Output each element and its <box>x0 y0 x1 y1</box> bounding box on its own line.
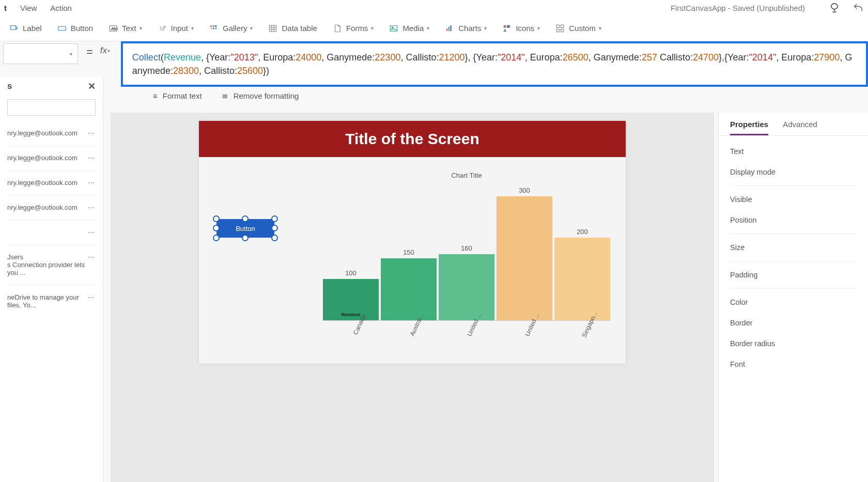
remove-formatting-button[interactable]: ≣Remove formatting <box>222 91 299 100</box>
svg-rect-9 <box>213 27 214 29</box>
property-row[interactable]: Font <box>730 354 857 375</box>
item-menu-icon[interactable]: ⋯ <box>88 228 96 236</box>
format-row: ≡Format text ≣Remove formatting <box>0 87 868 104</box>
svg-rect-11 <box>270 25 277 32</box>
property-row[interactable]: Size <box>730 237 857 258</box>
bar-value-label: 300 <box>519 186 530 194</box>
svg-rect-15 <box>448 27 450 31</box>
bar-value-label: 150 <box>403 248 414 256</box>
formula-input[interactable]: Collect(Revenue, {Year:"2013", Europa:24… <box>121 41 868 87</box>
tab-properties[interactable]: Properties <box>730 120 768 135</box>
data-source-item[interactable]: Jsers s Connection provider lets you ...… <box>7 244 96 285</box>
data-source-item[interactable]: nry.legge@outlook.com⋯ <box>7 121 96 145</box>
resize-handle[interactable] <box>242 215 249 222</box>
item-menu-icon[interactable]: ⋯ <box>88 253 96 261</box>
property-row[interactable]: Visible <box>730 189 857 210</box>
ribbon-button[interactable]: Button <box>57 24 93 33</box>
screen-title: Title of the Screen <box>199 121 626 157</box>
ribbon-media[interactable]: Media▾ <box>389 24 429 33</box>
button-text: Button <box>236 225 255 232</box>
svg-rect-16 <box>451 25 452 31</box>
property-row[interactable]: Position <box>730 210 857 230</box>
ribbon-input[interactable]: Input▾ <box>158 24 194 33</box>
svg-rect-0 <box>10 25 16 29</box>
canvas[interactable]: Title of the Screen Button Chart Title 1… <box>111 113 714 482</box>
ribbon-label[interactable]: Label <box>9 24 42 33</box>
svg-rect-18 <box>507 25 510 28</box>
resize-handle[interactable] <box>213 235 220 241</box>
svg-marker-19 <box>504 29 506 32</box>
ribbon-forms[interactable]: Forms▾ <box>333 24 374 33</box>
svg-rect-14 <box>446 28 447 31</box>
preview-icon[interactable] <box>829 2 840 13</box>
resize-handle[interactable] <box>271 235 278 241</box>
remove-format-icon: ≣ <box>222 91 228 100</box>
ribbon-text[interactable]: AbcText▾ <box>109 24 142 33</box>
ribbon-charts[interactable]: Charts▾ <box>445 24 487 33</box>
menu-item-view[interactable]: View <box>20 4 37 12</box>
chart-bar[interactable]: 100Revenue <box>323 269 379 320</box>
svg-rect-1 <box>58 26 66 30</box>
property-row[interactable]: Color <box>730 292 857 313</box>
data-source-item[interactable]: nry.legge@outlook.com⋯ <box>7 195 96 220</box>
format-icon: ≡ <box>153 91 158 100</box>
property-row[interactable]: Border radius <box>730 333 857 354</box>
property-selector[interactable]: ▾ <box>3 43 78 64</box>
ribbon-icons[interactable]: Icons▾ <box>502 24 540 33</box>
ribbon-custom[interactable]: Custom▾ <box>555 24 601 33</box>
fx-label[interactable]: fx▾ <box>98 41 121 60</box>
formula-bar: ▾ = fx▾ Collect(Revenue, {Year:"2013", E… <box>0 41 868 87</box>
properties-panel: Properties Advanced TextDisplay modeVisi… <box>718 113 868 482</box>
property-row[interactable]: Text <box>730 141 857 162</box>
ribbon-datatable[interactable]: Data table <box>268 24 317 33</box>
equals-sign: = <box>81 41 98 63</box>
resize-handle[interactable] <box>213 225 220 231</box>
chart-title: Chart Title <box>323 172 610 179</box>
item-menu-icon[interactable]: ⋯ <box>88 293 96 301</box>
item-menu-icon[interactable]: ⋯ <box>88 204 96 211</box>
item-menu-icon[interactable]: ⋯ <box>88 179 96 186</box>
app-title: FirstCanvasApp - Saved (Unpublished) <box>671 4 805 12</box>
resize-handle[interactable] <box>271 225 278 231</box>
chart-bar[interactable]: 150 <box>381 248 437 320</box>
data-source-item[interactable]: nry.legge@outlook.com⋯ <box>7 145 96 170</box>
property-row[interactable]: Border <box>730 313 857 333</box>
bar-value-label: 160 <box>461 244 472 252</box>
bar-value-label: 200 <box>577 228 588 236</box>
svg-point-17 <box>504 25 506 28</box>
property-row[interactable]: Display mode <box>730 162 857 182</box>
chart-bar[interactable]: 160 <box>439 244 494 320</box>
item-menu-icon[interactable]: ⋯ <box>88 154 96 162</box>
tab-advanced[interactable]: Advanced <box>783 120 817 135</box>
resize-handle[interactable] <box>213 215 220 222</box>
data-source-item[interactable]: ⋯ <box>7 220 96 244</box>
svg-point-4 <box>164 26 165 27</box>
bar-value-label: 100 <box>345 269 357 277</box>
undo-icon[interactable] <box>853 2 864 13</box>
menu-item[interactable]: t <box>4 4 7 12</box>
svg-rect-8 <box>210 27 212 29</box>
svg-rect-5 <box>210 25 212 27</box>
panel-search[interactable] <box>7 99 96 116</box>
menu-item-action[interactable]: Action <box>50 4 72 12</box>
item-menu-icon[interactable]: ⋯ <box>88 129 96 137</box>
panel-title: s <box>7 81 12 91</box>
resize-handle[interactable] <box>242 235 249 241</box>
svg-rect-10 <box>215 27 216 29</box>
data-source-item[interactable]: nry.legge@outlook.com⋯ <box>7 170 96 195</box>
svg-rect-22 <box>557 29 560 32</box>
svg-rect-6 <box>213 25 214 27</box>
resize-handle[interactable] <box>271 215 278 222</box>
svg-text:Abc: Abc <box>111 26 118 31</box>
data-source-item[interactable]: neDrive to manage your files. Yo...⋯ <box>7 285 96 317</box>
menu-bar: t View Action FirstCanvasApp - Saved (Un… <box>0 0 868 15</box>
data-sources-panel: s ✕ nry.legge@outlook.com⋯nry.legge@outl… <box>0 76 103 482</box>
app-screen[interactable]: Title of the Screen Button Chart Title 1… <box>199 121 626 364</box>
property-row[interactable]: Padding <box>730 265 857 285</box>
format-text-button[interactable]: ≡Format text <box>153 91 202 100</box>
ribbon-gallery[interactable]: Gallery▾ <box>209 24 253 33</box>
close-icon[interactable]: ✕ <box>88 81 96 92</box>
canvas-button-control[interactable]: Button <box>216 219 274 238</box>
svg-rect-23 <box>561 29 564 32</box>
column-chart[interactable]: Chart Title 100Revenue150160300200 Canad… <box>323 172 610 359</box>
